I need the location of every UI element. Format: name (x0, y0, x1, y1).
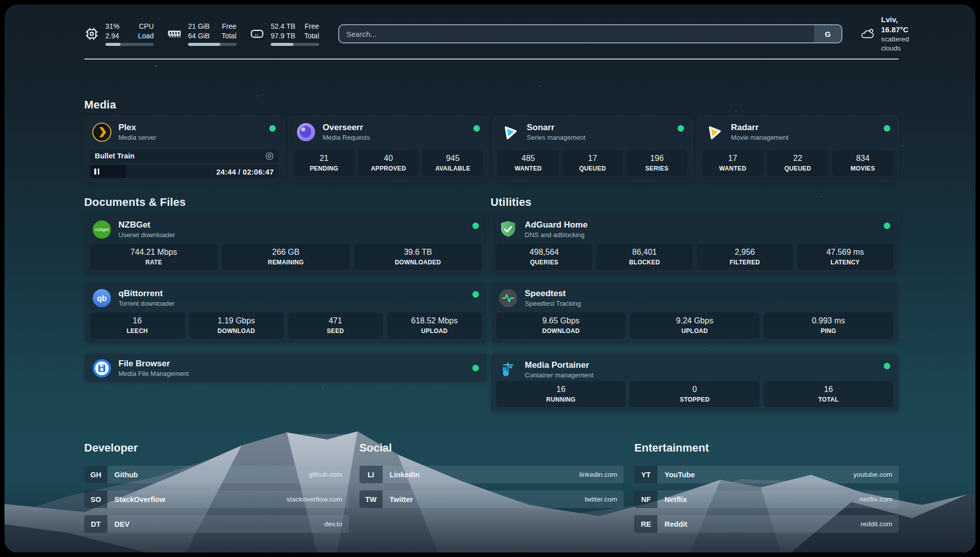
bookmark-url: youtube.com (853, 471, 899, 478)
bookmark-reddit[interactable]: RE Reddit reddit.com (634, 515, 899, 533)
service-description: Movie management (731, 134, 788, 141)
disk-icon (250, 26, 265, 41)
cpu-progress-bar (105, 43, 154, 46)
status-dot (473, 125, 480, 132)
stat-queued: 17 QUEUED (563, 150, 623, 176)
service-title: Media Portainer (525, 360, 593, 370)
search-box: G (338, 24, 842, 43)
disk-stat-group: 52.4 TB 97.9 TB Free Total (250, 22, 319, 45)
bookmark-name: Netflix (664, 495, 687, 504)
disk-total: 97.9 TB (271, 32, 295, 40)
radarr-card[interactable]: Radarr Movie management 17 WANTED 22 QUE… (697, 116, 899, 182)
overseerr-card[interactable]: Overseerr Media Requests 21 PENDING 40 A… (288, 116, 488, 182)
now-playing-title: Bullet Train (95, 152, 265, 160)
stat-downloaded: 39.6 TB DOWNLOADED (354, 244, 482, 270)
bookmark-url: stackoverflow.com (286, 495, 348, 503)
bookmark-youtube[interactable]: YT YouTube youtube.com (634, 466, 899, 483)
bookmark-dev[interactable]: DT DEV dev.to (84, 515, 349, 533)
service-description: Speedtest Tracking (525, 300, 581, 307)
cloud-icon (860, 25, 875, 42)
bookmark-group-developer: Developer GH Github github.com SO StackO… (84, 441, 349, 533)
memory-progress-bar (188, 43, 236, 46)
memory-free: 21 GiB (188, 22, 210, 30)
svg-text:qb: qb (97, 294, 107, 303)
nzbget-icon: nzbget (92, 219, 112, 240)
stat-pending: 21 PENDING (294, 150, 354, 176)
bookmark-group-social: Social LI LinkedIn linkedin.com TW Twitt… (359, 441, 624, 533)
radarr-icon (704, 122, 724, 142)
status-dot (472, 291, 479, 298)
filebrowser-card[interactable]: File Browser Media File Management (84, 353, 487, 382)
top-bar: 31% 2.94 CPU Load 21 GiB (84, 20, 899, 48)
bookmark-abbr: LI (359, 466, 383, 483)
disk-progress-bar (271, 43, 319, 46)
search-input[interactable] (339, 25, 814, 42)
service-description: Series management (527, 134, 585, 141)
speedtest-card[interactable]: Speedtest Speedtest Tracking 9.65 Gbps D… (491, 282, 899, 344)
bookmark-abbr: DT (84, 515, 107, 533)
memory-label-1: Free (222, 22, 236, 30)
service-title: File Browser (118, 358, 189, 369)
bookmark-url: twitter.com (585, 495, 624, 503)
nzbget-card[interactable]: nzbget NZBGet Usenet downloader 744.21 M… (84, 213, 487, 275)
svg-text:nzbget: nzbget (95, 227, 109, 232)
status-dot (269, 125, 276, 132)
service-title: Speedtest (525, 288, 581, 299)
bookmark-name: StackOverflow (114, 495, 165, 504)
bookmark-netflix[interactable]: NF Netflix netflix.com (634, 490, 899, 508)
stat-approved: 40 APPROVED (358, 150, 419, 176)
service-title: Radarr (731, 122, 788, 133)
screenshot-frame: 31% 2.94 CPU Load 21 GiB (0, 0, 980, 557)
filebrowser-icon (92, 358, 112, 378)
service-title: AdGuard Home (525, 219, 588, 230)
plex-card[interactable]: Plex Media server Bullet Train 24:44 / 0… (84, 116, 284, 182)
weather-widget[interactable]: Lviv, 16.87°C scattered clouds (860, 15, 916, 53)
bookmark-url: github.com (309, 471, 349, 478)
weather-condition: scattered clouds (881, 35, 916, 53)
pause-icon[interactable] (94, 169, 99, 175)
stat-queries: 498,564 QUERIES (496, 244, 592, 270)
stat-download: 9.65 Gbps DOWNLOAD (496, 312, 626, 339)
section-title-developer: Developer (84, 441, 349, 455)
bookmark-github[interactable]: GH Github github.com (84, 466, 349, 483)
bookmarks-area: Developer GH Github github.com SO StackO… (84, 441, 899, 533)
stat-wanted: 485 WANTED (498, 150, 559, 176)
stat-ping: 0.993 ms PING (764, 312, 893, 339)
bookmark-abbr: SO (84, 490, 107, 508)
status-dot (678, 125, 684, 132)
stat-seed: 471 SEED (288, 312, 383, 339)
status-dot (472, 365, 479, 371)
bookmark-linkedin[interactable]: LI LinkedIn linkedin.com (359, 466, 624, 483)
bookmark-url: netflix.com (860, 495, 899, 503)
search-engine-button[interactable]: G (814, 25, 841, 42)
stat-blocked: 86,401 BLOCKED (596, 244, 693, 270)
qbittorrent-card[interactable]: qb qBittorrent Torrent downloader 16 LEE… (84, 282, 487, 344)
qbittorrent-icon: qb (92, 288, 112, 308)
speedtest-icon (498, 288, 518, 308)
stat-movies: 834 MOVIES (832, 150, 893, 176)
sonarr-icon (500, 122, 520, 142)
cpu-label-2: Load (138, 32, 154, 40)
section-title-documents: Documents & Files (84, 196, 186, 209)
stat-running: 16 RUNNING (496, 381, 626, 407)
bookmark-stackoverflow[interactable]: SO StackOverflow stackoverflow.com (84, 490, 349, 508)
session-view-icon[interactable] (265, 152, 274, 160)
service-title: Sonarr (527, 122, 585, 133)
bookmark-name: DEV (114, 520, 130, 528)
adguard-card[interactable]: AdGuard Home DNS and adblocking 498,564 … (491, 213, 899, 275)
service-description: Media server (118, 134, 156, 141)
cpu-usage: 31% (105, 22, 119, 30)
service-title: qBittorrent (118, 288, 174, 299)
disk-label-1: Free (304, 22, 319, 30)
plex-icon (92, 122, 112, 142)
section-title-social: Social (359, 441, 624, 455)
sonarr-card[interactable]: Sonarr Series management 485 WANTED 17 Q… (493, 116, 693, 182)
stat-latency: 47.569 ms LATENCY (797, 244, 893, 270)
portainer-card[interactable]: Media Portainer Container management 16 … (491, 353, 899, 413)
bookmark-twitter[interactable]: TW Twitter twitter.com (359, 490, 624, 508)
adguard-icon (498, 219, 518, 240)
section-title-utilities: Utilities (491, 196, 531, 209)
stat-stopped: 0 STOPPED (630, 381, 759, 407)
memory-total: 64 GiB (188, 32, 210, 40)
bookmark-url: linkedin.com (579, 471, 624, 478)
